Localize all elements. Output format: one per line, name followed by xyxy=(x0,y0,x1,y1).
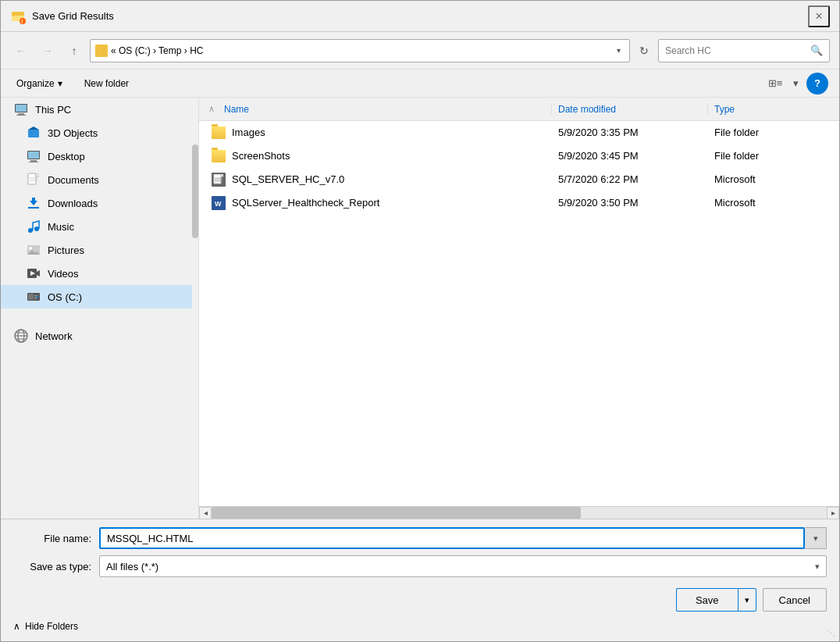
file-name-cell: Images xyxy=(205,127,552,139)
col-type-header[interactable]: Type xyxy=(708,104,833,115)
savetype-value: All files (*.*) xyxy=(106,561,815,572)
save-arrow-button[interactable]: ▾ xyxy=(738,588,756,612)
address-folder-icon xyxy=(95,45,108,57)
downloads-icon xyxy=(26,195,41,211)
svg-rect-2 xyxy=(12,14,24,16)
forward-button[interactable]: → xyxy=(37,40,59,62)
svg-rect-35 xyxy=(34,298,37,299)
svg-rect-12 xyxy=(28,152,39,159)
file-type: File folder xyxy=(708,150,833,162)
filename-input[interactable] xyxy=(99,527,805,549)
horizontal-scrollbar[interactable]: ◂ ▸ xyxy=(199,506,839,519)
table-row[interactable]: W SQLServer_Healthcheck_Report 5/9/2020 … xyxy=(199,191,839,215)
up-button[interactable]: ↑ xyxy=(63,40,85,62)
svg-point-26 xyxy=(29,247,32,250)
scroll-up-icon[interactable]: ∧ xyxy=(205,104,218,114)
view-grid-icon[interactable]: ⊞≡ xyxy=(766,74,785,93)
documents-icon xyxy=(26,172,41,187)
sidebar-scroll: This PC 3D Objects xyxy=(1,98,198,519)
hscroll-left-button[interactable]: ◂ xyxy=(199,507,212,519)
close-button[interactable]: × xyxy=(808,5,830,27)
view-dropdown-icon[interactable]: ▾ xyxy=(786,74,805,93)
svg-rect-42 xyxy=(214,174,221,184)
pictures-label: Pictures xyxy=(48,244,84,256)
svg-rect-6 xyxy=(16,105,27,112)
3d-objects-icon xyxy=(26,125,41,141)
col-date-header[interactable]: Date modified xyxy=(552,104,708,115)
navigation-toolbar: ← → ↑ « OS (C:) › Temp › HC ▾ ↻ 🔍 xyxy=(1,32,839,70)
table-row[interactable]: Images 5/9/2020 3:35 PM File folder xyxy=(199,121,839,144)
sidebar-scrollbar-thumb xyxy=(192,144,198,238)
file-pane: ∧ Name Date modified Type Images 5/9/202… xyxy=(199,98,839,519)
file-name: ScreenShots xyxy=(232,150,290,162)
svg-point-23 xyxy=(28,228,33,233)
sidebar-item-network[interactable]: Network xyxy=(1,324,198,348)
savetype-select[interactable]: All files (*.*) ▾ xyxy=(99,555,827,577)
resize-handle[interactable]: ⋱ xyxy=(827,629,836,638)
table-row[interactable]: ScreenShots 5/9/2020 3:45 PM File folder xyxy=(199,144,839,168)
videos-label: Videos xyxy=(48,268,79,280)
svg-rect-15 xyxy=(28,173,36,184)
svg-rect-9 xyxy=(28,130,39,137)
filename-dropdown-button[interactable]: ▾ xyxy=(805,527,827,549)
file-list: Images 5/9/2020 3:35 PM File folder Scre… xyxy=(199,121,839,506)
search-input[interactable] xyxy=(665,45,807,56)
file-date: 5/9/2020 3:45 PM xyxy=(552,150,708,162)
documents-label: Documents xyxy=(48,174,99,186)
organize-dropdown-icon: ▾ xyxy=(58,78,62,89)
sidebar-item-3d-objects[interactable]: 3D Objects xyxy=(1,121,198,144)
svg-text:!: ! xyxy=(21,19,23,24)
hscroll-thumb xyxy=(212,507,581,519)
file-type: Microsoft xyxy=(708,173,833,185)
hide-folders-arrow-icon: ∧ xyxy=(13,621,20,632)
svg-rect-21 xyxy=(32,198,35,202)
hscroll-track xyxy=(212,507,827,519)
table-row[interactable]: SQL_SERVER_HC_v7.0 5/7/2020 6:22 PM Micr… xyxy=(199,168,839,191)
folder-icon xyxy=(212,127,226,139)
sidebar-scrollbar[interactable] xyxy=(192,98,198,519)
pictures-icon xyxy=(26,242,41,258)
music-icon xyxy=(26,219,41,234)
sidebar-item-desktop[interactable]: Desktop xyxy=(1,144,198,168)
back-button[interactable]: ← xyxy=(10,40,32,62)
save-button-group: Save ▾ xyxy=(676,588,756,612)
svg-rect-44 xyxy=(221,174,223,177)
svg-rect-32 xyxy=(28,294,34,300)
col-name-header[interactable]: Name xyxy=(218,104,552,115)
dialog-title: Save Grid Results xyxy=(32,10,114,22)
3d-objects-label: 3D Objects xyxy=(48,127,98,139)
address-bar[interactable]: « OS (C:) › Temp › HC ▾ xyxy=(90,39,630,62)
search-bar: 🔍 xyxy=(658,39,830,62)
sidebar-item-documents[interactable]: Documents xyxy=(1,168,198,191)
save-dialog: ! Save Grid Results × ← → ↑ « OS (C:) › … xyxy=(0,0,840,642)
sidebar-item-os-c[interactable]: OS (C:) xyxy=(1,285,198,309)
sidebar-item-pictures[interactable]: Pictures xyxy=(1,238,198,262)
hide-folders-bar[interactable]: ∧ Hide Folders xyxy=(13,616,827,633)
new-folder-button[interactable]: New folder xyxy=(80,75,133,92)
sidebar-item-downloads[interactable]: Downloads xyxy=(1,191,198,215)
music-label: Music xyxy=(48,221,74,233)
svg-marker-29 xyxy=(37,270,40,276)
svg-rect-13 xyxy=(30,160,37,162)
search-icon: 🔍 xyxy=(810,45,823,56)
sidebar-item-music[interactable]: Music xyxy=(1,215,198,238)
organize-button[interactable]: Organize ▾ xyxy=(12,75,67,92)
help-button[interactable]: ? xyxy=(806,73,828,95)
address-dropdown-icon[interactable]: ▾ xyxy=(612,45,625,57)
sidebar-item-videos[interactable]: Videos xyxy=(1,262,198,285)
filename-label: File name: xyxy=(13,533,99,544)
savetype-dropdown-icon: ▾ xyxy=(815,562,820,572)
doc-icon xyxy=(212,173,226,187)
svg-rect-14 xyxy=(29,162,38,162)
cancel-button[interactable]: Cancel xyxy=(763,588,827,612)
refresh-button[interactable]: ↻ xyxy=(635,41,653,60)
hscroll-right-button[interactable]: ▸ xyxy=(827,507,839,519)
svg-point-24 xyxy=(34,226,39,231)
title-bar: ! Save Grid Results × xyxy=(1,1,839,32)
sidebar-item-this-pc[interactable]: This PC xyxy=(1,98,198,121)
save-button[interactable]: Save xyxy=(676,588,738,612)
hide-folders-label: Hide Folders xyxy=(25,621,78,632)
file-name: SQL_SERVER_HC_v7.0 xyxy=(232,173,344,185)
network-label: Network xyxy=(35,330,73,342)
desktop-icon xyxy=(26,148,41,164)
